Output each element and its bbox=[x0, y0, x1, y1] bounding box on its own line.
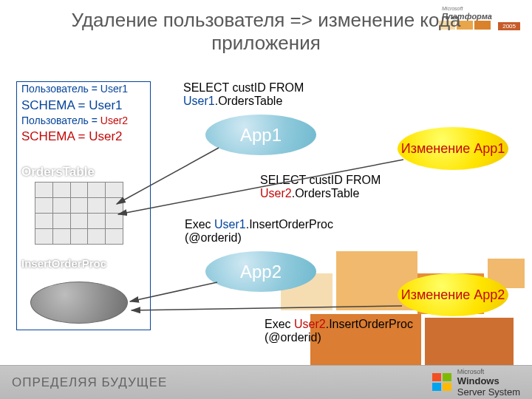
proc-label: InsertOrderProc bbox=[21, 258, 117, 270]
change-app2-oval: Изменение App2 bbox=[398, 273, 508, 316]
footer-brand: Microsoft WindowsServer System bbox=[432, 368, 520, 398]
windows-flag-icon bbox=[432, 373, 453, 392]
sql-exec-1: Exec User1.InsertOrderProc (@orderid) bbox=[185, 218, 377, 245]
sql-exec-2: Exec User2.InsertOrderProc (@orderid) bbox=[265, 318, 457, 345]
db-user2: Пользователь = User2 bbox=[17, 114, 150, 129]
change-app2-label: Изменение App2 bbox=[401, 288, 505, 302]
footer: ОПРЕДЕЛЯЯ БУДУЩЕЕ Microsoft WindowsServe… bbox=[0, 365, 532, 399]
footer-product: Microsoft WindowsServer System bbox=[457, 368, 520, 398]
db-schema2: SCHEMA = User2 bbox=[17, 128, 150, 145]
change-app1-oval: Изменение App1 bbox=[398, 127, 508, 170]
slide-title: Удаление пользователя => изменение кода … bbox=[0, 9, 532, 55]
app2-oval: App2 bbox=[205, 251, 316, 292]
slide: Microsoft Платформа 2005 Удаление пользо… bbox=[0, 0, 532, 399]
orders-table-label: OrdersTable bbox=[21, 166, 110, 179]
change-app1-label: Изменение App1 bbox=[401, 142, 505, 156]
app1-label: App1 bbox=[240, 125, 282, 146]
sql-select-1: SELECT custID FROM User1.OrdersTable bbox=[183, 81, 353, 109]
db-schema1: SCHEMA = User1 bbox=[17, 97, 150, 114]
proc-icon bbox=[30, 282, 128, 324]
db-user1: Пользователь = User1 bbox=[17, 82, 150, 97]
app2-label: App2 bbox=[240, 262, 282, 282]
database-box: Пользователь = User1 SCHEMA = User1 Поль… bbox=[16, 81, 151, 330]
orders-table-icon bbox=[35, 182, 123, 245]
sql-select-2: SELECT custID FROM User2.OrdersTable bbox=[260, 174, 430, 201]
app1-oval: App1 bbox=[205, 115, 316, 155]
footer-tagline: ОПРЕДЕЛЯЯ БУДУЩЕЕ bbox=[12, 375, 167, 390]
